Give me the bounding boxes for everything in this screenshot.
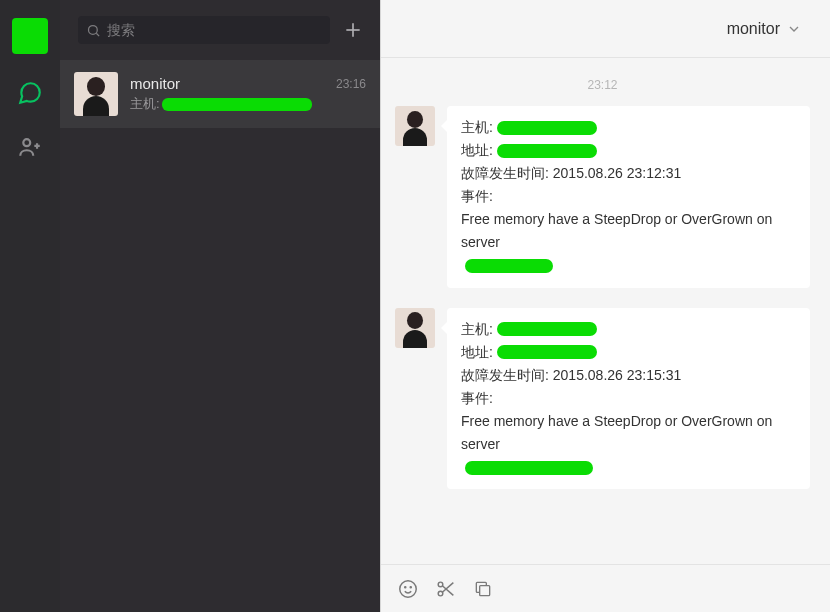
message-bubble: 主机: 地址: 故障发生时间: 2015.08.26 23:15:31 事件: … bbox=[447, 308, 810, 490]
nav-contacts-icon[interactable] bbox=[15, 132, 45, 162]
conversation-item[interactable]: monitor 23:16 主机: bbox=[60, 60, 380, 128]
conversation-text: monitor 23:16 主机: bbox=[130, 75, 366, 113]
copy-icon bbox=[473, 579, 493, 599]
chat-header[interactable]: monitor bbox=[381, 0, 830, 58]
addr-label: 地址: bbox=[461, 139, 493, 162]
event-label: 事件: bbox=[461, 185, 493, 208]
search-input[interactable] bbox=[107, 22, 322, 38]
add-button[interactable] bbox=[340, 17, 366, 43]
file-button[interactable] bbox=[473, 579, 493, 599]
plus-icon bbox=[343, 20, 363, 40]
conversation-time: 23:16 bbox=[336, 77, 366, 91]
redacted-text bbox=[465, 259, 553, 273]
chat-footer bbox=[381, 564, 830, 612]
nav-chat-icon[interactable] bbox=[15, 78, 45, 108]
avatar bbox=[74, 72, 118, 116]
svg-rect-12 bbox=[480, 585, 490, 595]
conversation-name: monitor bbox=[130, 75, 180, 92]
user-avatar[interactable] bbox=[12, 18, 48, 54]
time-divider: 23:12 bbox=[395, 78, 810, 92]
fault-time-value: 2015.08.26 23:15:31 bbox=[553, 364, 681, 387]
svg-point-5 bbox=[400, 580, 417, 597]
chat-header-name: monitor bbox=[727, 20, 780, 38]
nav-rail bbox=[0, 0, 60, 612]
search-box[interactable] bbox=[78, 16, 330, 44]
addr-label: 地址: bbox=[461, 341, 493, 364]
avatar[interactable] bbox=[395, 106, 435, 146]
chat-body[interactable]: 23:12 主机: 地址: 故障发生时间: 2015.08.26 23:12:3… bbox=[381, 58, 830, 564]
scissors-icon bbox=[435, 578, 457, 600]
fault-time-value: 2015.08.26 23:12:31 bbox=[553, 162, 681, 185]
svg-point-0 bbox=[23, 139, 30, 146]
preview-prefix: 主机: bbox=[130, 95, 160, 113]
redacted-text bbox=[497, 121, 597, 135]
redacted-text bbox=[162, 98, 312, 111]
fault-time-label: 故障发生时间: bbox=[461, 162, 549, 185]
event-label: 事件: bbox=[461, 387, 493, 410]
redacted-text bbox=[497, 322, 597, 336]
chat-area: monitor 23:12 主机: 地址: 故障发生时间: 2015.08.26… bbox=[380, 0, 830, 612]
svg-point-8 bbox=[438, 582, 443, 587]
host-label: 主机: bbox=[461, 318, 493, 341]
svg-point-6 bbox=[405, 586, 406, 587]
redacted-text bbox=[497, 144, 597, 158]
message: 主机: 地址: 故障发生时间: 2015.08.26 23:15:31 事件: … bbox=[395, 308, 810, 490]
cut-button[interactable] bbox=[435, 578, 457, 600]
emoji-button[interactable] bbox=[397, 578, 419, 600]
host-label: 主机: bbox=[461, 116, 493, 139]
search-icon bbox=[86, 23, 101, 38]
svg-point-7 bbox=[410, 586, 411, 587]
redacted-text bbox=[465, 461, 593, 475]
message-bubble: 主机: 地址: 故障发生时间: 2015.08.26 23:12:31 事件: … bbox=[447, 106, 810, 288]
svg-point-9 bbox=[438, 591, 443, 596]
svg-line-2 bbox=[96, 33, 99, 36]
fault-time-label: 故障发生时间: bbox=[461, 364, 549, 387]
sidebar: monitor 23:16 主机: bbox=[60, 0, 380, 612]
emoji-icon bbox=[397, 578, 419, 600]
avatar[interactable] bbox=[395, 308, 435, 348]
conversation-preview: 主机: bbox=[130, 95, 366, 113]
message: 主机: 地址: 故障发生时间: 2015.08.26 23:12:31 事件: … bbox=[395, 106, 810, 288]
svg-point-1 bbox=[89, 25, 98, 34]
event-text: Free memory have a SteepDrop or OverGrow… bbox=[461, 410, 796, 456]
chevron-down-icon bbox=[786, 21, 802, 37]
redacted-text bbox=[497, 345, 597, 359]
sidebar-top bbox=[60, 0, 380, 60]
event-text: Free memory have a SteepDrop or OverGrow… bbox=[461, 208, 796, 254]
